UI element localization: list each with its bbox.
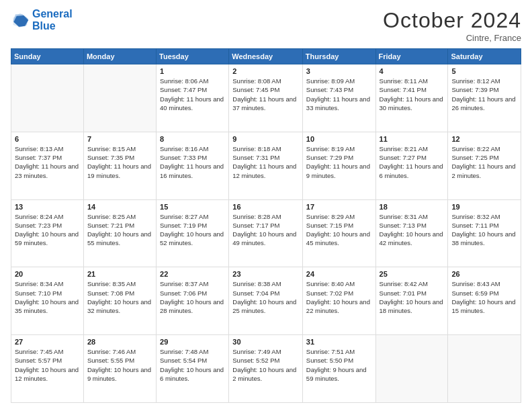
calendar-cell: 12Sunrise: 8:22 AM Sunset: 7:25 PM Dayli… [448,132,521,199]
day-number: 6 [15,135,80,143]
day-info: Sunrise: 8:38 AM Sunset: 7:04 PM Dayligh… [232,279,299,315]
col-header-thursday: Thursday [302,49,375,64]
month-title: October 2024 [383,8,521,33]
calendar-cell: 6Sunrise: 8:13 AM Sunset: 7:37 PM Daylig… [11,132,84,199]
day-number: 27 [15,338,80,346]
day-number: 16 [232,203,299,211]
day-info: Sunrise: 8:35 AM Sunset: 7:08 PM Dayligh… [87,279,152,315]
calendar-cell: 1Sunrise: 8:06 AM Sunset: 7:47 PM Daylig… [157,64,229,132]
calendar-header: SundayMondayTuesdayWednesdayThursdayFrid… [11,49,521,64]
calendar-cell: 16Sunrise: 8:28 AM Sunset: 7:17 PM Dayli… [229,199,303,267]
calendar-cell: 20Sunrise: 8:34 AM Sunset: 7:10 PM Dayli… [11,267,84,335]
day-number: 10 [306,135,372,143]
day-info: Sunrise: 8:32 AM Sunset: 7:11 PM Dayligh… [451,212,517,248]
day-info: Sunrise: 7:49 AM Sunset: 5:52 PM Dayligh… [232,347,299,383]
day-number: 9 [232,135,299,143]
day-number: 18 [380,203,445,211]
day-number: 20 [15,270,80,278]
day-info: Sunrise: 8:27 AM Sunset: 7:19 PM Dayligh… [160,212,225,248]
day-number: 19 [451,203,517,211]
day-number: 31 [306,338,372,346]
day-number: 29 [160,338,225,346]
day-info: Sunrise: 8:29 AM Sunset: 7:15 PM Dayligh… [306,212,372,248]
week-row-0: 1Sunrise: 8:06 AM Sunset: 7:47 PM Daylig… [11,64,521,132]
day-number: 14 [87,203,152,211]
calendar-cell: 17Sunrise: 8:29 AM Sunset: 7:15 PM Dayli… [302,199,375,267]
calendar-cell: 19Sunrise: 8:32 AM Sunset: 7:11 PM Dayli… [448,199,521,267]
col-header-tuesday: Tuesday [157,49,229,64]
page: General Blue October 2024 Cintre, France… [0,0,532,411]
day-info: Sunrise: 8:19 AM Sunset: 7:29 PM Dayligh… [306,144,372,180]
calendar-cell [83,64,156,132]
logo-line1: General [32,8,73,19]
day-number: 21 [87,270,152,278]
day-info: Sunrise: 8:43 AM Sunset: 6:59 PM Dayligh… [451,279,517,315]
week-row-3: 20Sunrise: 8:34 AM Sunset: 7:10 PM Dayli… [11,267,521,335]
day-number: 13 [15,203,80,211]
calendar-cell: 10Sunrise: 8:19 AM Sunset: 7:29 PM Dayli… [302,132,375,199]
day-number: 2 [232,67,299,75]
location-subtitle: Cintre, France [383,33,521,43]
title-block: October 2024 Cintre, France [383,8,521,43]
col-header-saturday: Saturday [448,49,521,64]
day-number: 25 [380,270,445,278]
day-info: Sunrise: 8:12 AM Sunset: 7:39 PM Dayligh… [451,77,517,112]
day-number: 26 [451,270,517,278]
calendar-cell: 23Sunrise: 8:38 AM Sunset: 7:04 PM Dayli… [229,267,303,335]
logo-text: General Blue [32,8,73,32]
header: General Blue October 2024 Cintre, France [11,8,521,43]
day-info: Sunrise: 8:42 AM Sunset: 7:01 PM Dayligh… [380,279,445,315]
day-number: 12 [451,135,517,143]
calendar-cell: 4Sunrise: 8:11 AM Sunset: 7:41 PM Daylig… [375,64,448,132]
day-number: 7 [87,135,152,143]
calendar-cell: 27Sunrise: 7:45 AM Sunset: 5:57 PM Dayli… [11,335,84,403]
day-number: 28 [87,338,152,346]
week-row-1: 6Sunrise: 8:13 AM Sunset: 7:37 PM Daylig… [11,132,521,199]
calendar-cell: 2Sunrise: 8:08 AM Sunset: 7:45 PM Daylig… [229,64,303,132]
day-number: 30 [232,338,299,346]
col-header-sunday: Sunday [11,49,84,64]
calendar-cell: 31Sunrise: 7:51 AM Sunset: 5:50 PM Dayli… [302,335,375,403]
week-row-2: 13Sunrise: 8:24 AM Sunset: 7:23 PM Dayli… [11,199,521,267]
day-info: Sunrise: 7:46 AM Sunset: 5:55 PM Dayligh… [87,347,152,383]
day-info: Sunrise: 8:09 AM Sunset: 7:43 PM Dayligh… [306,77,372,112]
day-number: 1 [160,67,225,75]
calendar-cell: 14Sunrise: 8:25 AM Sunset: 7:21 PM Dayli… [83,199,156,267]
calendar-cell [375,335,448,403]
day-info: Sunrise: 8:06 AM Sunset: 7:47 PM Dayligh… [160,77,225,112]
calendar-cell: 28Sunrise: 7:46 AM Sunset: 5:55 PM Dayli… [83,335,156,403]
day-number: 23 [232,270,299,278]
day-number: 5 [451,67,517,75]
day-info: Sunrise: 8:25 AM Sunset: 7:21 PM Dayligh… [87,212,152,248]
day-number: 4 [380,67,445,75]
logo-icon [11,11,30,30]
calendar-table: SundayMondayTuesdayWednesdayThursdayFrid… [11,48,521,403]
logo-line2: Blue [32,20,56,32]
calendar-cell: 15Sunrise: 8:27 AM Sunset: 7:19 PM Dayli… [157,199,229,267]
day-number: 24 [306,270,372,278]
header-row: SundayMondayTuesdayWednesdayThursdayFrid… [11,49,521,64]
day-number: 8 [160,135,225,143]
day-info: Sunrise: 8:16 AM Sunset: 7:33 PM Dayligh… [160,144,225,180]
week-row-4: 27Sunrise: 7:45 AM Sunset: 5:57 PM Dayli… [11,335,521,403]
calendar-cell [448,335,521,403]
calendar-cell: 8Sunrise: 8:16 AM Sunset: 7:33 PM Daylig… [157,132,229,199]
calendar-cell: 25Sunrise: 8:42 AM Sunset: 7:01 PM Dayli… [375,267,448,335]
logo: General Blue [11,8,73,32]
day-info: Sunrise: 8:08 AM Sunset: 7:45 PM Dayligh… [232,77,299,112]
col-header-friday: Friday [375,49,448,64]
day-info: Sunrise: 8:37 AM Sunset: 7:06 PM Dayligh… [160,279,225,315]
calendar-cell: 18Sunrise: 8:31 AM Sunset: 7:13 PM Dayli… [375,199,448,267]
day-number: 11 [380,135,445,143]
day-info: Sunrise: 8:13 AM Sunset: 7:37 PM Dayligh… [15,144,80,180]
day-number: 3 [306,67,372,75]
calendar-cell: 30Sunrise: 7:49 AM Sunset: 5:52 PM Dayli… [229,335,303,403]
calendar-body: 1Sunrise: 8:06 AM Sunset: 7:47 PM Daylig… [11,64,521,403]
calendar-cell: 3Sunrise: 8:09 AM Sunset: 7:43 PM Daylig… [302,64,375,132]
calendar-cell: 9Sunrise: 8:18 AM Sunset: 7:31 PM Daylig… [229,132,303,199]
col-header-monday: Monday [83,49,156,64]
day-info: Sunrise: 8:31 AM Sunset: 7:13 PM Dayligh… [380,212,445,248]
calendar-cell: 11Sunrise: 8:21 AM Sunset: 7:27 PM Dayli… [375,132,448,199]
day-info: Sunrise: 8:15 AM Sunset: 7:35 PM Dayligh… [87,144,152,180]
day-info: Sunrise: 8:18 AM Sunset: 7:31 PM Dayligh… [232,144,299,180]
